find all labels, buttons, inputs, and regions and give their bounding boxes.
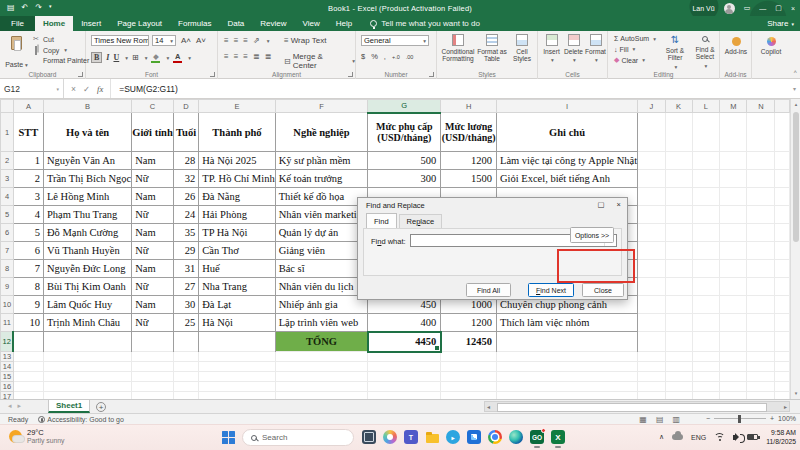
dialog-close-icon[interactable]: × — [617, 200, 621, 209]
cell[interactable] — [720, 152, 747, 170]
select-all-corner[interactable] — [1, 100, 14, 113]
cell[interactable] — [775, 392, 790, 400]
cell[interactable] — [775, 260, 790, 278]
cell[interactable]: Làm việc tại công ty Apple Nhật — [497, 152, 638, 170]
cell[interactable] — [692, 224, 720, 242]
cell[interactable] — [747, 352, 775, 362]
cell[interactable] — [665, 382, 692, 392]
cell[interactable]: Nam — [132, 260, 174, 278]
cell[interactable]: Nguyễn Văn An — [43, 152, 131, 170]
formula-bar-expand-icon[interactable]: ▾ — [793, 85, 796, 92]
cell[interactable] — [720, 242, 747, 260]
cell[interactable] — [747, 113, 775, 152]
start-button[interactable] — [222, 431, 235, 444]
cell[interactable] — [638, 314, 665, 332]
cell[interactable] — [638, 113, 665, 152]
merge-center-button[interactable]: Merge & Center — [293, 52, 348, 70]
header-cell[interactable]: Họ và tên — [43, 113, 131, 152]
cell[interactable] — [665, 362, 692, 372]
delete-cells-button[interactable]: Delete▾ — [563, 34, 584, 63]
taskbar-search[interactable]: Search — [242, 429, 354, 446]
share-button[interactable]: Share▾ — [767, 17, 794, 30]
cell[interactable] — [692, 332, 720, 352]
row-header[interactable]: 14 — [1, 362, 14, 372]
cell[interactable] — [720, 188, 747, 206]
excel-icon[interactable]: X — [551, 430, 565, 444]
cell[interactable]: Lập trình viên web — [275, 314, 368, 332]
cell[interactable] — [13, 372, 43, 382]
cell[interactable] — [775, 314, 790, 332]
row-header[interactable]: 17 — [1, 392, 14, 400]
cell[interactable] — [441, 352, 497, 362]
cell[interactable] — [275, 362, 368, 372]
autosum-button[interactable]: ΣAutoSum▾ — [614, 35, 656, 42]
cell[interactable] — [173, 352, 199, 362]
cell[interactable] — [665, 113, 692, 152]
cell[interactable] — [497, 392, 638, 400]
cell[interactable] — [638, 260, 665, 278]
currency-icon[interactable]: $ — [361, 52, 365, 61]
cell[interactable] — [132, 362, 174, 372]
tab-formulas[interactable]: Formulas — [170, 16, 219, 31]
cell[interactable] — [720, 382, 747, 392]
cell[interactable]: Đà Nẵng — [199, 188, 275, 206]
vscroll-thumb[interactable] — [793, 112, 799, 242]
cell[interactable] — [692, 362, 720, 372]
cut-button[interactable]: ✂Cut — [32, 35, 89, 43]
cell[interactable] — [747, 260, 775, 278]
weather-widget[interactable]: 29°CPartly sunny — [9, 428, 64, 446]
cell[interactable] — [720, 206, 747, 224]
cell[interactable] — [775, 372, 790, 382]
cell[interactable] — [368, 362, 441, 372]
avatar[interactable] — [724, 3, 735, 14]
cell[interactable]: Đỗ Mạnh Cường — [43, 224, 131, 242]
cell[interactable]: 500 — [368, 152, 441, 170]
tab-file[interactable]: File — [0, 16, 35, 31]
cell[interactable]: Bùi Thị Kim Oanh — [43, 278, 131, 296]
cell[interactable]: Lâm Quốc Huy — [43, 296, 131, 314]
cell[interactable] — [638, 206, 665, 224]
cell[interactable] — [692, 113, 720, 152]
tab-review[interactable]: Review — [252, 16, 294, 31]
cell[interactable]: 29 — [173, 242, 199, 260]
cell[interactable] — [720, 113, 747, 152]
sheet-nav-arrows[interactable]: ◂▸ — [8, 402, 27, 410]
cell[interactable]: Thích làm việc nhóm — [497, 314, 638, 332]
vertical-scrollbar[interactable]: ▴ ▾ — [790, 99, 800, 399]
decrease-indent-icon[interactable]: ≣ — [253, 52, 259, 61]
tab-home[interactable]: Home — [35, 16, 73, 31]
cell[interactable]: 7 — [13, 260, 43, 278]
cell[interactable]: Trần Thị Bích Ngọc — [43, 170, 131, 188]
column-header-B[interactable]: B — [43, 100, 131, 113]
cell[interactable] — [720, 296, 747, 314]
column-header-G[interactable]: G — [368, 100, 441, 113]
cell[interactable] — [275, 352, 368, 362]
cell[interactable] — [720, 362, 747, 372]
user-name[interactable]: Lan Vũ — [692, 5, 714, 12]
number-format-select[interactable]: General▾ — [361, 35, 429, 46]
cell[interactable] — [665, 372, 692, 382]
hscroll-thumb[interactable] — [497, 403, 767, 412]
cell[interactable]: Nam — [132, 296, 174, 314]
cell[interactable]: Huế — [199, 260, 275, 278]
row-header[interactable]: 6 — [1, 224, 14, 242]
cell[interactable]: Bác sĩ — [275, 260, 368, 278]
decrease-decimal-icon[interactable]: .00 — [406, 54, 414, 60]
cell[interactable]: 3 — [13, 188, 43, 206]
cell[interactable] — [692, 392, 720, 400]
wifi-icon[interactable] — [714, 433, 725, 441]
zoom-level[interactable]: 100% — [778, 415, 796, 422]
cell[interactable] — [747, 188, 775, 206]
cell[interactable] — [692, 352, 720, 362]
cell[interactable] — [775, 152, 790, 170]
cell[interactable] — [665, 392, 692, 400]
cell[interactable] — [13, 382, 43, 392]
cell[interactable] — [692, 296, 720, 314]
cell[interactable] — [747, 314, 775, 332]
column-header-J[interactable]: J — [638, 100, 665, 113]
tab-replace[interactable]: Replace — [399, 214, 443, 229]
format-as-table-button[interactable]: Format as Table — [477, 34, 507, 63]
header-cell[interactable]: Mức lương (USD/tháng) — [441, 113, 497, 152]
cell[interactable] — [692, 242, 720, 260]
cell[interactable]: Nữ — [132, 242, 174, 260]
